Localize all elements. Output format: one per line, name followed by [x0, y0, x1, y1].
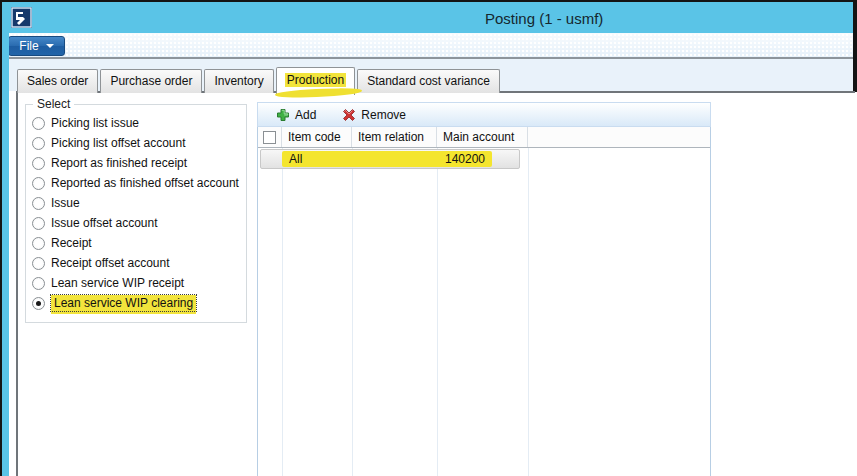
remove-button-label: Remove: [361, 108, 406, 122]
radio-icon[interactable]: [32, 177, 45, 190]
radio-label: Picking list issue: [51, 116, 139, 130]
file-menu-label: File: [19, 39, 38, 53]
radio-option-receipt-offset-account[interactable]: Receipt offset account: [32, 253, 242, 273]
window-border: [853, 0, 857, 92]
select-groupbox: Select Picking list issue Picking list o…: [25, 104, 247, 323]
posting-window: Posting (1 - usmf) File Sales order Purc…: [0, 0, 857, 476]
radio-label: Receipt offset account: [51, 256, 170, 270]
radio-label: Receipt: [51, 236, 92, 250]
radio-icon[interactable]: [32, 237, 45, 250]
radio-option-reported-as-finished-offset-account[interactable]: Reported as finished offset account: [32, 173, 242, 193]
radio-option-lean-service-wip-clearing[interactable]: Lean service WIP clearing: [32, 293, 242, 313]
chevron-down-icon: [46, 44, 54, 48]
radio-label: Report as finished receipt: [51, 156, 187, 170]
grid-line: [437, 148, 438, 476]
column-header-item-relation[interactable]: Item relation: [352, 127, 437, 147]
grid-line: [352, 148, 353, 476]
tab-label: Production: [285, 73, 346, 87]
column-header-item-code[interactable]: Item code: [282, 127, 352, 147]
radio-icon[interactable]: [32, 117, 45, 130]
radio-label: Reported as finished offset account: [51, 176, 239, 190]
window-title: Posting (1 - usmf): [485, 10, 603, 27]
radio-label: Issue: [51, 196, 80, 210]
add-button-label: Add: [295, 108, 316, 122]
tabpage-border: [16, 91, 18, 476]
column-header-filler: [528, 127, 710, 147]
radio-option-lean-service-wip-receipt[interactable]: Lean service WIP receipt: [32, 273, 242, 293]
radio-selected-icon[interactable]: [32, 297, 45, 310]
column-header-main-account[interactable]: Main account: [437, 127, 528, 147]
remove-button[interactable]: Remove: [342, 108, 406, 122]
radio-icon[interactable]: [32, 257, 45, 270]
window-edge-strip: [2, 2, 9, 476]
cell-item-code[interactable]: All: [289, 150, 302, 168]
highlighter-swoosh: [275, 87, 363, 99]
app-icon: [11, 7, 32, 28]
groupbox-legend: Select: [33, 97, 74, 111]
radio-icon[interactable]: [32, 277, 45, 290]
tab-inventory[interactable]: Inventory: [204, 69, 273, 93]
radio-option-list: Picking list issue Picking list offset a…: [32, 113, 242, 313]
tab-label: Purchase order: [110, 74, 192, 88]
tab-label: Inventory: [214, 74, 263, 88]
radio-icon[interactable]: [32, 197, 45, 210]
tab-bar: Sales order Purchase order Inventory Pro…: [17, 59, 500, 93]
add-button[interactable]: Add: [276, 108, 316, 122]
grid-header-checkbox-cell: [258, 127, 282, 147]
radio-icon[interactable]: [32, 217, 45, 230]
tab-label: Standard cost variance: [367, 74, 490, 88]
posting-grid: Item code Item relation Main account All…: [257, 127, 711, 476]
titlebar[interactable]: Posting (1 - usmf): [2, 2, 853, 33]
table-row-selected[interactable]: All 140200: [260, 149, 520, 169]
x-icon: [342, 108, 356, 122]
radio-option-picking-list-offset-account[interactable]: Picking list offset account: [32, 133, 242, 153]
tab-sales-order[interactable]: Sales order: [17, 69, 98, 93]
plus-icon: [276, 108, 290, 122]
menu-bar: [9, 33, 853, 57]
radio-label: Picking list offset account: [51, 136, 186, 150]
radio-icon[interactable]: [32, 137, 45, 150]
radio-icon[interactable]: [32, 157, 45, 170]
tab-production[interactable]: Production: [276, 67, 355, 95]
cell-main-account[interactable]: 140200: [445, 150, 485, 168]
radio-option-report-as-finished-receipt[interactable]: Report as finished receipt: [32, 153, 242, 173]
radio-option-picking-list-issue[interactable]: Picking list issue: [32, 113, 242, 133]
tab-purchase-order[interactable]: Purchase order: [100, 69, 202, 93]
tab-label: Sales order: [27, 74, 88, 88]
select-all-checkbox[interactable]: [263, 131, 276, 144]
radio-label: Issue offset account: [51, 216, 158, 230]
radio-label: Lean service WIP clearing: [51, 295, 196, 311]
window-border: [0, 0, 857, 2]
tab-standard-cost-variance[interactable]: Standard cost variance: [357, 69, 500, 93]
grid-toolbar: Add Remove: [257, 102, 711, 127]
grid-line: [282, 148, 283, 476]
file-menu-button[interactable]: File: [8, 36, 65, 56]
radio-label: Lean service WIP receipt: [51, 276, 184, 290]
radio-option-receipt[interactable]: Receipt: [32, 233, 242, 253]
grid-line: [528, 148, 529, 476]
grid-header-row: Item code Item relation Main account: [258, 127, 710, 148]
radio-option-issue-offset-account[interactable]: Issue offset account: [32, 213, 242, 233]
radio-option-issue[interactable]: Issue: [32, 193, 242, 213]
